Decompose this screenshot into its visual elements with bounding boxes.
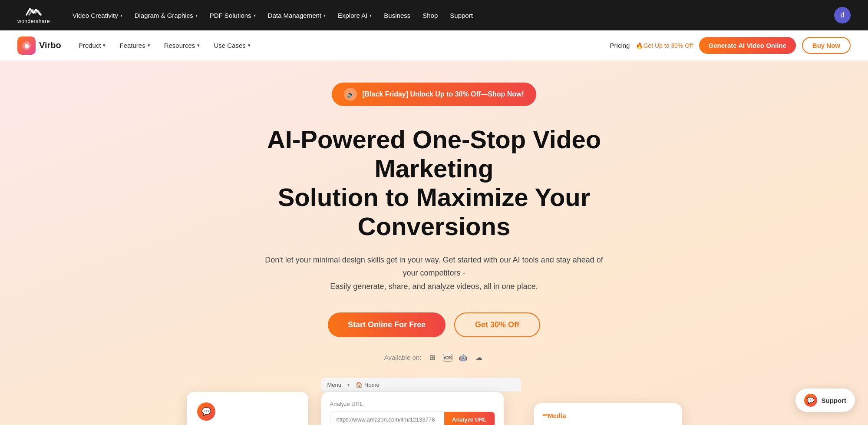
virbo-logo[interactable]: Virbo <box>17 37 61 55</box>
user-avatar[interactable]: d <box>834 7 851 23</box>
sec-nav-features[interactable]: Features ▾ <box>113 38 156 53</box>
nav-data-management[interactable]: Data Management ▾ <box>263 8 331 23</box>
sec-nav-use-cases[interactable]: Use Cases ▾ <box>208 38 256 53</box>
secondary-nav-items: Product ▾ Features ▾ Resources ▾ Use Cas… <box>73 38 606 53</box>
chevron-down-icon: ▾ <box>195 13 198 18</box>
secondary-navigation: Virbo Product ▾ Features ▾ Resources ▾ U… <box>0 30 868 61</box>
app-ui-center: Menu ▾ 🏠 Home Analyze URL Analyze URL My… <box>321 378 521 425</box>
media-card: **Media + Add media Additional info <box>534 403 682 425</box>
home-item[interactable]: 🏠 Home <box>356 382 380 388</box>
nav-support[interactable]: Support <box>445 8 478 23</box>
analyze-url-card: Analyze URL Analyze URL My Account ↩ ↪ ⊞… <box>321 392 504 425</box>
windows-icon: ⊞ <box>427 353 437 362</box>
cloud-icon: ☁ <box>474 353 484 362</box>
ios-icon: iOS <box>443 354 452 362</box>
analyze-url-button[interactable]: Analyze URL <box>444 412 494 425</box>
support-icon: 💬 <box>804 394 817 407</box>
nav-business[interactable]: Business <box>379 8 416 23</box>
start-online-free-button[interactable]: Start Online For Free <box>328 312 446 337</box>
chevron-down-icon: ▾ <box>323 13 326 18</box>
top-navigation: wondershare Video Creativity ▾ Diagram &… <box>0 0 868 30</box>
hero-title: AI-Powered One-Stop Video MarketingSolut… <box>217 125 651 241</box>
chevron-down-icon: ▾ <box>197 43 200 48</box>
top-nav-items: Video Creativity ▾ Diagram & Graphics ▾ … <box>67 8 817 23</box>
chevron-down-icon: ▾ <box>148 43 150 48</box>
menu-item[interactable]: Menu <box>327 382 342 388</box>
pricing-link[interactable]: Pricing <box>610 42 630 49</box>
analyze-url-input[interactable] <box>330 412 445 425</box>
media-card-title: **Media <box>543 412 673 419</box>
wondershare-logo[interactable]: wondershare <box>17 6 50 24</box>
chevron-down-icon: ▾ <box>370 13 372 18</box>
hero-buttons: Start Online For Free Get 30% Off <box>328 312 540 337</box>
nav-explore-ai[interactable]: Explore AI ▾ <box>333 8 377 23</box>
app-toolbar: Menu ▾ 🏠 Home <box>321 378 521 392</box>
analyze-url-label: Analyze URL <box>330 401 495 407</box>
promo-badge[interactable]: 🔥Get Up to 30% Off <box>636 42 693 49</box>
black-friday-banner[interactable]: 🔊 [Black Friday] Unlock Up to 30% Off—Sh… <box>332 83 536 106</box>
chat-card: 💬 Hey there! Welcome to Wondershare Virb… <box>187 392 308 425</box>
nav-shop[interactable]: Shop <box>417 8 443 23</box>
nav-video-creativity[interactable]: Video Creativity ▾ <box>67 8 128 23</box>
chevron-down-icon: ▾ <box>248 43 251 48</box>
sec-nav-resources[interactable]: Resources ▾ <box>158 38 206 53</box>
available-on: Available on: ⊞ iOS 🤖 ☁ <box>384 353 484 362</box>
sec-nav-product[interactable]: Product ▾ <box>73 38 112 53</box>
wondershare-label: wondershare <box>17 18 50 24</box>
hero-section: 🔊 [Black Friday] Unlock Up to 30% Off—Sh… <box>0 61 868 425</box>
chat-icon: 💬 <box>197 402 215 421</box>
analyze-input-row: Analyze URL <box>330 412 495 425</box>
chevron-down-icon: ▾ <box>254 13 256 18</box>
android-icon: 🤖 <box>459 353 468 362</box>
get-discount-button[interactable]: Get 30% Off <box>454 312 540 337</box>
generate-ai-video-button[interactable]: Generate AI Video Online <box>699 37 796 54</box>
black-friday-text: [Black Friday] Unlock Up to 30% Off—Shop… <box>362 90 524 98</box>
virbo-label: Virbo <box>39 40 61 50</box>
secondary-nav-right: Pricing 🔥Get Up to 30% Off Generate AI V… <box>610 37 851 54</box>
chevron-down-icon: ▾ <box>103 43 106 48</box>
speaker-icon: 🔊 <box>344 88 357 101</box>
chevron-down-icon: ▾ <box>347 382 350 387</box>
hero-subtitle: Don't let your minimal design skills get… <box>261 253 608 293</box>
virbo-icon <box>17 37 36 55</box>
nav-pdf-solutions[interactable]: PDF Solutions ▾ <box>205 8 261 23</box>
preview-area: 💬 Hey there! Welcome to Wondershare Virb… <box>17 378 851 425</box>
support-button[interactable]: 💬 Support <box>795 388 855 412</box>
chevron-down-icon: ▾ <box>120 13 122 18</box>
buy-now-button[interactable]: Buy Now <box>802 37 851 54</box>
nav-diagram-graphics[interactable]: Diagram & Graphics ▾ <box>129 8 203 23</box>
